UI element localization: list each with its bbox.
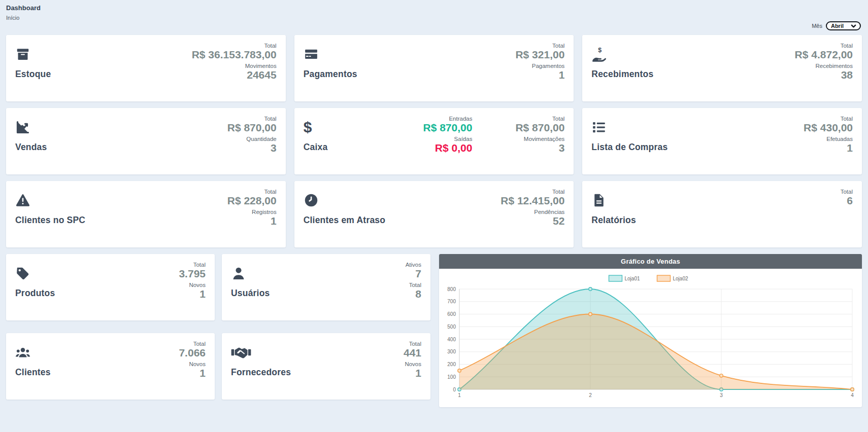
cards-row-1: EstoqueTotalR$ 36.153.783,00Movimentos24…	[6, 35, 862, 101]
card-title: Recebimentos	[591, 69, 653, 80]
clock-icon	[304, 193, 385, 211]
warning-triangle-icon	[15, 193, 85, 211]
card-left: Clientes	[15, 333, 51, 400]
card-title: Fornecedores	[231, 367, 291, 378]
stat-value: R$ 321,00	[515, 49, 564, 61]
user-icon	[231, 266, 270, 284]
stat-value: 3	[515, 142, 564, 154]
card-left: Pagamentos	[304, 35, 357, 101]
card-title: Clientes	[15, 367, 51, 378]
card-stats: Total7.066Novos1	[179, 333, 206, 400]
card-caixa[interactable]: $CaixaEntradasR$ 870,00SaídasR$ 0,00Tota…	[294, 108, 574, 174]
stat-value: 1	[179, 288, 206, 300]
stat-value: R$ 4.872,00	[795, 49, 853, 61]
card-clientes-no-spc[interactable]: Clientes no SPCTotalR$ 228,00Registros1	[6, 181, 286, 247]
cards-row-3: Clientes no SPCTotalR$ 228,00Registros1C…	[6, 181, 862, 247]
svg-text:700: 700	[447, 299, 456, 304]
svg-text:1: 1	[458, 392, 461, 398]
svg-text:400: 400	[447, 337, 456, 342]
stat-value: R$ 870,00	[515, 122, 564, 134]
stat-value: 24645	[192, 69, 277, 81]
svg-text:500: 500	[447, 324, 456, 330]
bottom-section: ProdutosTotal3.795Novos1UsuáriosAtivos7T…	[6, 254, 862, 407]
stat-group: Ativos7Total8	[406, 262, 421, 320]
box-icon	[15, 47, 51, 65]
svg-text:200: 200	[447, 362, 456, 367]
stat-group: TotalR$ 321,00Pagamentos1	[515, 43, 564, 101]
svg-text:800: 800	[447, 286, 456, 292]
card-stats: TotalR$ 430,00Efetuadas1	[804, 108, 853, 174]
stat-group: Total7.066Novos1	[179, 341, 206, 400]
svg-text:4: 4	[851, 392, 854, 398]
card-left: Estoque	[15, 35, 51, 101]
card-stats: TotalR$ 321,00Pagamentos1	[515, 35, 564, 101]
stat-value: 1	[804, 142, 853, 154]
stat-label: Movimentações	[515, 136, 564, 142]
stat-value: R$ 870,00	[423, 122, 473, 134]
card-left: Clientes em Atraso	[304, 181, 385, 247]
stat-label: Pagamentos	[515, 63, 564, 69]
stat-group: TotalR$ 430,00Efetuadas1	[804, 116, 853, 174]
card-left: Clientes no SPC	[15, 181, 85, 247]
card-estoque[interactable]: EstoqueTotalR$ 36.153.783,00Movimentos24…	[6, 35, 286, 101]
svg-text:2: 2	[589, 392, 592, 398]
month-select[interactable]: Abril	[826, 21, 861, 30]
stat-value: 3.795	[179, 268, 206, 280]
stat-label: Total	[179, 341, 206, 347]
card-fornecedores[interactable]: FornecedoresTotal441Novos1	[222, 333, 430, 400]
card-vendas[interactable]: VendasTotalR$ 870,00Quantidade3	[6, 108, 286, 174]
stat-value: R$ 228,00	[227, 195, 277, 207]
svg-text:3: 3	[720, 392, 723, 398]
card-stats: Total441Novos1	[404, 333, 421, 400]
stat-value: R$ 36.153.783,00	[192, 49, 277, 61]
card-produtos[interactable]: ProdutosTotal3.795Novos1	[6, 254, 215, 320]
card-pagamentos[interactable]: PagamentosTotalR$ 321,00Pagamentos1	[294, 35, 574, 101]
hand-holding-dollar-icon: $	[591, 47, 653, 65]
card-stats: Total3.795Novos1	[179, 254, 206, 320]
stat-value: 6	[841, 195, 853, 207]
month-select-value: Abril	[831, 23, 844, 29]
users-icon	[15, 345, 51, 363]
stat-label: Total	[841, 189, 853, 195]
stat-label: Movimentos	[192, 63, 277, 69]
stat-value: 1	[515, 69, 564, 81]
card-title: Vendas	[15, 142, 47, 153]
tag-icon	[15, 266, 55, 284]
stat-label: Total	[192, 43, 277, 49]
stat-group: TotalR$ 4.872,00Recebimentos38	[795, 43, 853, 101]
card-left: $Recebimentos	[591, 35, 653, 101]
stat-label: Total	[227, 116, 277, 122]
card-left: Lista de Compras	[591, 108, 667, 174]
card-title: Clientes em Atraso	[304, 215, 385, 226]
stat-label: Total	[515, 43, 564, 49]
svg-text:100: 100	[447, 374, 456, 380]
legend-item-loja02[interactable]: Loja02	[657, 275, 688, 281]
card-left: $Caixa	[304, 108, 328, 174]
card-recebimentos[interactable]: $RecebimentosTotalR$ 4.872,00Recebimento…	[582, 35, 862, 101]
list-icon	[591, 120, 667, 138]
card-clientes[interactable]: ClientesTotal7.066Novos1	[6, 333, 215, 400]
card-clientes-em-atraso[interactable]: Clientes em AtrasoTotalR$ 12.415,00Pendê…	[294, 181, 574, 247]
stat-label: Novos	[179, 361, 206, 367]
stat-value: 1	[179, 367, 206, 379]
card-lista-de-compras[interactable]: Lista de ComprasTotalR$ 430,00Efetuadas1	[582, 108, 862, 174]
svg-text:600: 600	[447, 311, 456, 317]
card-usuarios[interactable]: UsuáriosAtivos7Total8	[222, 254, 430, 320]
stat-value: 8	[406, 288, 421, 300]
handshake-icon	[231, 345, 291, 363]
card-stats: TotalR$ 36.153.783,00Movimentos24645	[192, 35, 277, 101]
svg-text:Loja01: Loja01	[625, 276, 640, 281]
card-relatorios[interactable]: RelatóriosTotal6	[582, 181, 862, 247]
sales-chart-card: Gráfico de Vendas 0100200300400500600700…	[439, 254, 862, 407]
stat-label: Saídas	[423, 136, 473, 142]
stat-value: 441	[404, 347, 421, 359]
stat-value: 1	[227, 215, 277, 227]
stat-label: Entradas	[423, 116, 473, 122]
dollar-sign-icon: $	[304, 120, 328, 138]
legend-item-loja01[interactable]: Loja01	[609, 275, 640, 281]
svg-text:300: 300	[447, 349, 456, 354]
stat-label: Total	[406, 282, 421, 288]
card-title: Clientes no SPC	[15, 215, 85, 226]
stat-group: Total6	[841, 189, 853, 247]
stat-value: 52	[500, 215, 564, 227]
